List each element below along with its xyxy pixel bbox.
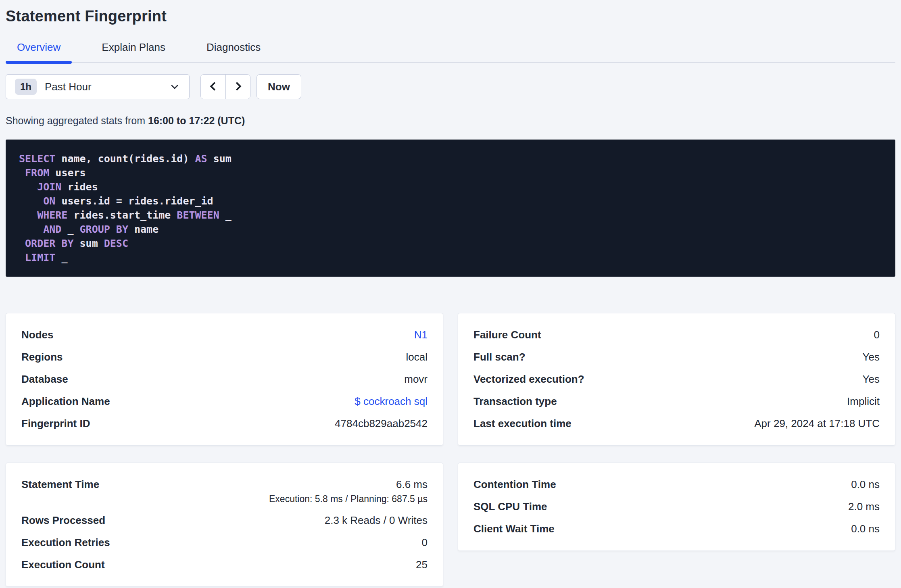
card-row-last-execution-time: Last execution timeApr 29, 2024 at 17:18… <box>473 413 880 435</box>
time-range-dropdown[interactable]: 1h Past Hour <box>6 74 190 99</box>
database-label: Database <box>21 373 68 386</box>
database-value-wrap: movr <box>404 373 428 386</box>
fingerprint-id-value-wrap: 4784cb829aab2542 <box>335 417 428 430</box>
card-row-execution-count: Execution Count25 <box>21 554 428 576</box>
application-name-value-wrap: $ cockroach sql <box>355 395 428 408</box>
sql-cpu-time-label: SQL CPU Time <box>473 500 547 513</box>
card-row-sql-cpu-time: SQL CPU Time2.0 ms <box>473 496 880 518</box>
last-execution-time-value: Apr 29, 2024 at 17:18 UTC <box>754 417 880 430</box>
sql-line: FROM users <box>19 166 882 180</box>
aggregated-stats-summary: Showing aggregated stats from 16:00 to 1… <box>6 115 895 127</box>
statement-time-value: 6.6 ms <box>269 478 428 491</box>
last-execution-time-label: Last execution time <box>473 417 571 430</box>
card-row-execution-retries: Execution Retries0 <box>21 532 428 554</box>
sql-line: JOIN rides <box>19 180 882 194</box>
vectorized-execution-value: Yes <box>863 373 880 386</box>
nodes-value-link[interactable]: N1 <box>414 329 428 341</box>
sql-statement-box: SELECT name, count(rides.id) AS sum FROM… <box>6 140 895 277</box>
regions-label: Regions <box>21 351 63 363</box>
execution-attributes-card: Failure Count0Full scan?YesVectorized ex… <box>458 313 895 446</box>
card-row-application-name: Application Name$ cockroach sql <box>21 390 428 413</box>
nodes-label: Nodes <box>21 329 53 341</box>
transaction-type-value: Implicit <box>847 395 880 408</box>
vectorized-execution-label: Vectorized execution? <box>473 373 584 386</box>
full-scan-value-wrap: Yes <box>863 351 880 363</box>
sql-code: SELECT name, count(rides.id) AS sum FROM… <box>19 152 882 265</box>
time-range-label: Past Hour <box>45 81 92 93</box>
sql-line: WHERE rides.start_time BETWEEN _ <box>19 208 882 222</box>
sql-line: ORDER BY sum DESC <box>19 236 882 250</box>
database-value: movr <box>404 373 428 386</box>
vectorized-execution-value-wrap: Yes <box>863 373 880 386</box>
contention-time-value: 0.0 ns <box>851 478 880 491</box>
failure-count-value: 0 <box>874 329 880 341</box>
sql-line: ON users.id = rides.rider_id <box>19 194 882 208</box>
card-row-rows-processed: Rows Processed2.3 k Reads / 0 Writes <box>21 509 428 532</box>
tab-overview[interactable]: Overview <box>6 41 72 62</box>
card-row-statement-time: Statement Time6.6 msExecution: 5.8 ms / … <box>21 473 428 509</box>
execution-count-value: 25 <box>416 559 428 571</box>
statement-details-card: NodesN1RegionslocalDatabasemovrApplicati… <box>6 313 443 446</box>
sql-line: AND _ GROUP BY name <box>19 222 882 236</box>
card-row-database: Databasemovr <box>21 368 428 390</box>
sql-line: LIMIT _ <box>19 250 882 265</box>
page-title: Statement Fingerprint <box>6 0 895 26</box>
transaction-type-value-wrap: Implicit <box>847 395 880 408</box>
execution-retries-label: Execution Retries <box>21 536 110 549</box>
card-row-failure-count: Failure Count0 <box>473 324 880 346</box>
sql-cpu-time-value: 2.0 ms <box>848 500 880 513</box>
full-scan-value: Yes <box>863 351 880 363</box>
card-row-contention-time: Contention Time0.0 ns <box>473 473 880 496</box>
rows-processed-label: Rows Processed <box>21 514 105 527</box>
client-wait-time-value: 0.0 ns <box>851 523 880 535</box>
regions-value-wrap: local <box>406 351 428 363</box>
statement-time-label: Statement Time <box>21 478 99 491</box>
client-wait-time-value-wrap: 0.0 ns <box>851 523 880 535</box>
chevron-down-icon <box>169 81 180 92</box>
card-row-fingerprint-id: Fingerprint ID4784cb829aab2542 <box>21 413 428 435</box>
next-time-button[interactable] <box>225 75 250 99</box>
full-scan-label: Full scan? <box>473 351 526 363</box>
stats-summary-range: 16:00 to 17:22 (UTC) <box>148 115 245 126</box>
failure-count-value-wrap: 0 <box>874 329 880 341</box>
card-row-vectorized-execution: Vectorized execution?Yes <box>473 368 880 390</box>
time-controls: 1h Past Hour Now <box>6 74 895 99</box>
rows-processed-value: 2.3 k Reads / 0 Writes <box>325 514 428 527</box>
wait-time-card: Contention Time0.0 nsSQL CPU Time2.0 msC… <box>458 463 895 551</box>
card-row-regions: Regionslocal <box>21 346 428 368</box>
previous-time-button[interactable] <box>201 75 225 99</box>
statement-fingerprint-page: Statement Fingerprint Overview Explain P… <box>0 0 901 587</box>
last-execution-time-value-wrap: Apr 29, 2024 at 17:18 UTC <box>754 417 880 430</box>
transaction-type-label: Transaction type <box>473 395 557 408</box>
application-name-value-link[interactable]: $ cockroach sql <box>355 395 428 408</box>
tab-diagnostics[interactable]: Diagnostics <box>195 41 272 62</box>
chevron-left-icon <box>207 80 219 94</box>
statement-time-value-wrap: 6.6 msExecution: 5.8 ms / Planning: 687.… <box>269 478 428 505</box>
execution-retries-value-wrap: 0 <box>422 536 428 549</box>
fingerprint-id-label: Fingerprint ID <box>21 417 90 430</box>
tab-bar: Overview Explain Plans Diagnostics <box>6 41 895 63</box>
statement-time-card: Statement Time6.6 msExecution: 5.8 ms / … <box>6 463 443 587</box>
statement-time-breakdown: Execution: 5.8 ms / Planning: 687.5 µs <box>269 493 428 505</box>
rows-processed-value-wrap: 2.3 k Reads / 0 Writes <box>325 514 428 527</box>
card-row-nodes: NodesN1 <box>21 324 428 346</box>
card-row-full-scan: Full scan?Yes <box>473 346 880 368</box>
failure-count-label: Failure Count <box>473 329 541 341</box>
execution-count-value-wrap: 25 <box>416 559 428 571</box>
chevron-right-icon <box>232 80 244 94</box>
card-row-transaction-type: Transaction typeImplicit <box>473 390 880 413</box>
contention-time-label: Contention Time <box>473 478 556 491</box>
sql-cpu-time-value-wrap: 2.0 ms <box>848 500 880 513</box>
now-button[interactable]: Now <box>257 74 301 99</box>
interval-badge: 1h <box>15 79 37 95</box>
summary-cards: NodesN1RegionslocalDatabasemovrApplicati… <box>6 313 895 587</box>
tab-explain-plans[interactable]: Explain Plans <box>90 41 177 62</box>
sql-line: SELECT name, count(rides.id) AS sum <box>19 152 882 166</box>
contention-time-value-wrap: 0.0 ns <box>851 478 880 491</box>
execution-count-label: Execution Count <box>21 559 105 571</box>
fingerprint-id-value: 4784cb829aab2542 <box>335 417 428 430</box>
application-name-label: Application Name <box>21 395 110 408</box>
client-wait-time-label: Client Wait Time <box>473 523 555 535</box>
regions-value: local <box>406 351 428 363</box>
execution-retries-value: 0 <box>422 536 428 549</box>
